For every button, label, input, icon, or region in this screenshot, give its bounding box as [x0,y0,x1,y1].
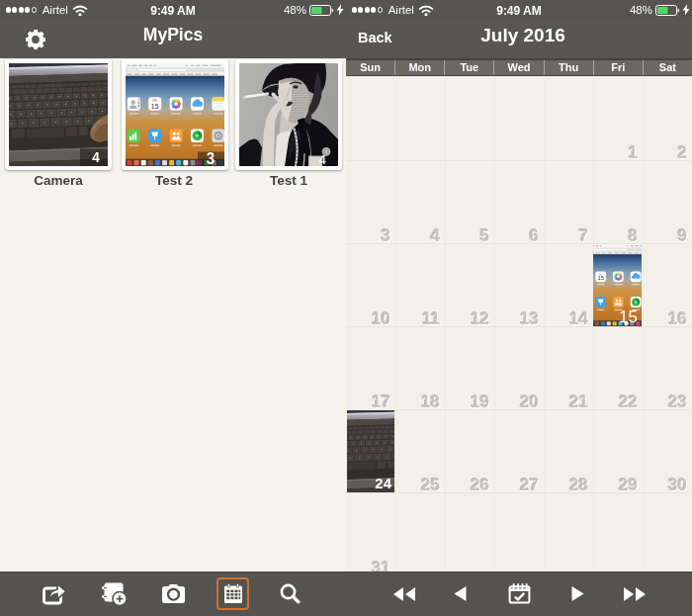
svg-text:15: 15 [150,102,158,110]
svg-text:4: 4 [92,150,100,165]
svg-text:15: 15 [597,275,603,281]
svg-text:4: 4 [318,152,326,166]
svg-text:FRI: FRI [599,273,603,275]
svg-text:3: 3 [206,149,214,166]
